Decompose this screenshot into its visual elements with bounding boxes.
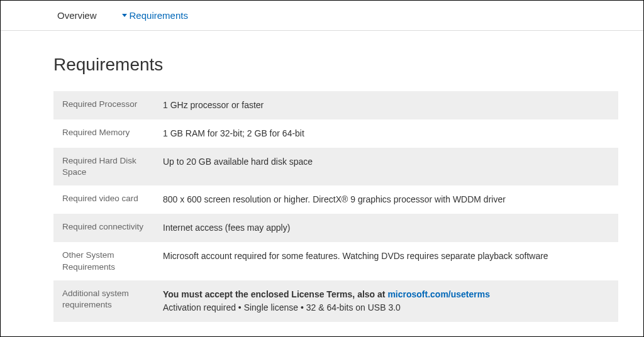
row-value: You must accept the enclosed License Ter… [163, 288, 490, 314]
license-prefix: You must accept the enclosed License Ter… [163, 289, 387, 299]
table-row: Required Processor 1 GHz processor or fa… [53, 91, 618, 119]
license-line2: Activation required • Single license • 3… [163, 302, 401, 312]
row-label: Required Processor [62, 99, 163, 110]
useterms-link[interactable]: microsoft.com/useterms [387, 289, 490, 299]
row-value: 1 GHz processor or faster [163, 99, 264, 112]
row-value: Internet access (fees may apply) [163, 221, 290, 235]
row-label: Required video card [62, 193, 163, 204]
table-row-additional: Additional system requirements You must … [53, 280, 618, 322]
table-row: Other System Requirements Microsoft acco… [53, 242, 618, 280]
caret-down-icon [122, 14, 127, 17]
row-label: Required connectivity [62, 221, 163, 233]
requirements-table: Required Processor 1 GHz processor or fa… [53, 91, 618, 322]
table-row: Required Memory 1 GB RAM for 32-bit; 2 G… [53, 119, 618, 148]
row-value: Microsoft account required for some feat… [163, 250, 548, 263]
content-area: Requirements Required Processor 1 GHz pr… [1, 31, 643, 322]
row-value: Up to 20 GB available hard disk space [163, 155, 313, 168]
row-label: Other System Requirements [62, 250, 163, 272]
table-row: Required Hard Disk Space Up to 20 GB ava… [53, 148, 618, 185]
row-label: Required Memory [62, 127, 163, 138]
tab-bar: Overview Requirements [1, 1, 643, 31]
row-value: 800 x 600 screen resolution or higher. D… [163, 193, 506, 206]
table-row: Required video card 800 x 600 screen res… [53, 185, 618, 214]
row-value: 1 GB RAM for 32-bit; 2 GB for 64-bit [163, 127, 304, 140]
table-row: Required connectivity Internet access (f… [53, 214, 618, 242]
tab-overview-label: Overview [57, 10, 97, 21]
page-title: Requirements [53, 55, 618, 75]
row-label: Additional system requirements [62, 288, 163, 311]
tab-requirements[interactable]: Requirements [122, 10, 188, 21]
tab-requirements-label: Requirements [130, 10, 188, 21]
tab-overview[interactable]: Overview [57, 10, 97, 21]
license-bold-text: You must accept the enclosed License Ter… [163, 289, 490, 299]
row-label: Required Hard Disk Space [62, 155, 163, 178]
